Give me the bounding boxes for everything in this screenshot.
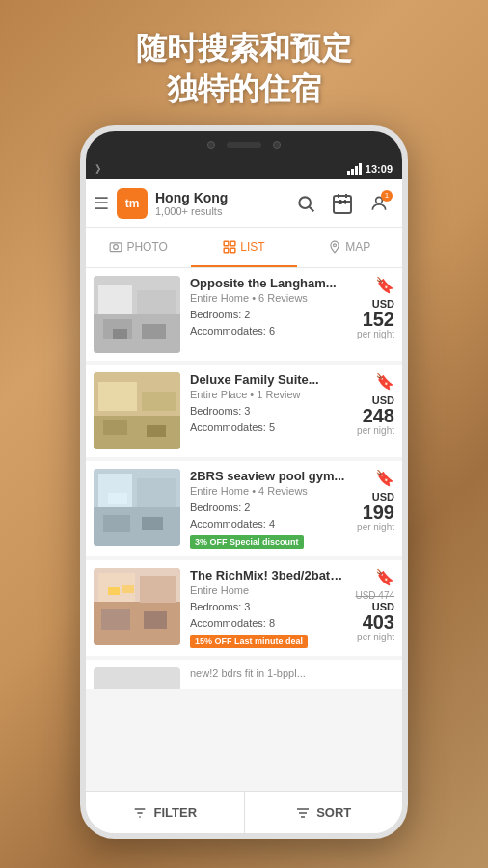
listing-bedrooms: Bedrooms: 2 [190, 500, 347, 516]
svg-rect-33 [108, 493, 127, 504]
hero-title-line2: 独特的住宿 [0, 69, 488, 110]
user-button[interactable]: 1 [364, 188, 394, 219]
svg-rect-30 [137, 478, 176, 507]
bookmark-icon[interactable]: 🔖 [375, 568, 394, 586]
tab-photo-label: PHOTO [126, 240, 167, 254]
bottom-action-bar: FILTER SORT [86, 791, 402, 833]
hamburger-icon[interactable]: ☰ [94, 193, 109, 214]
svg-rect-20 [113, 329, 127, 339]
partial-listing-text: new!2 bdrs fit in 1-bppl... [190, 667, 394, 679]
user-notification-badge: 1 [381, 190, 393, 202]
listing-item[interactable]: The RichMix! 3bed/2bath... Entire Home B… [86, 560, 402, 656]
hero-title-line1: 随时搜索和预定 [0, 29, 488, 69]
listing-thumbnail [94, 372, 180, 449]
phone-screen: 》 13:09 ☰ tm Hong Kong 1,000+ results [86, 131, 402, 833]
sort-label: SORT [316, 805, 351, 820]
svg-point-13 [334, 243, 337, 246]
bookmark-icon[interactable]: 🔖 [375, 469, 394, 487]
svg-rect-12 [230, 248, 235, 253]
listing-thumbnail [94, 568, 180, 645]
listing-thumbnail-partial [94, 667, 180, 689]
svg-rect-16 [98, 285, 132, 314]
listing-accommodates: Accommodates: 6 [190, 323, 347, 339]
listing-type-reviews: Entire Home • 4 Reviews [190, 485, 347, 497]
phone-top-bar [86, 131, 402, 158]
bookmark-icon[interactable]: 🔖 [375, 372, 394, 391]
listing-list: Opposite the Langham... Entire Home • 6 … [86, 268, 402, 791]
svg-line-1 [310, 206, 314, 211]
svg-rect-31 [103, 515, 130, 532]
tab-photo[interactable]: PHOTO [86, 228, 191, 267]
results-count: 1,000+ results [155, 205, 283, 217]
listing-info-partial: new!2 bdrs fit in 1-bppl... [190, 667, 394, 681]
listing-title: The RichMix! 3bed/2bath... [190, 568, 345, 583]
svg-rect-9 [224, 241, 229, 246]
svg-rect-19 [142, 324, 166, 339]
svg-point-8 [114, 244, 119, 249]
listing-item[interactable]: Opposite the Langham... Entire Home • 6 … [86, 268, 402, 361]
app-logo: tm [117, 188, 148, 219]
listing-bedrooms: Bedrooms: 2 [190, 307, 347, 323]
svg-rect-17 [137, 290, 176, 314]
price-section: 🔖 USD 199 per night [357, 469, 394, 549]
listing-title: Opposite the Langham... [190, 276, 347, 290]
phone-frame: 》 13:09 ☰ tm Hong Kong 1,000+ results [80, 125, 408, 839]
svg-rect-24 [142, 392, 176, 411]
listing-type: Entire Home [190, 584, 345, 596]
listing-info: Opposite the Langham... Entire Home • 6 … [190, 276, 347, 353]
front-camera [207, 141, 215, 149]
bookmark-icon[interactable]: 🔖 [375, 276, 394, 294]
tab-map[interactable]: MAP [297, 228, 402, 267]
sort-button[interactable]: SORT [245, 792, 403, 833]
listing-info: Deluxe Family Suite... Entire Place • 1 … [190, 372, 347, 449]
search-button[interactable] [290, 188, 321, 219]
svg-rect-23 [98, 382, 137, 411]
signal-icon [347, 163, 362, 175]
calendar-date: 24 [339, 198, 347, 206]
filter-label: FILTER [153, 805, 197, 820]
svg-rect-40 [108, 587, 120, 595]
listing-accommodates: Accommodates: 5 [190, 420, 347, 436]
listing-item[interactable]: 2BRS seaview pool gym... Entire Home • 4… [86, 461, 402, 556]
app-header: ☰ tm Hong Kong 1,000+ results [86, 179, 402, 228]
listing-title: 2BRS seaview pool gym... [190, 469, 347, 483]
svg-point-0 [299, 197, 311, 208]
listing-item-partial[interactable]: new!2 bdrs fit in 1-bppl... [86, 660, 402, 689]
tab-list[interactable]: LIST [191, 228, 296, 267]
filter-button[interactable]: FILTER [86, 792, 245, 833]
svg-rect-39 [144, 611, 167, 629]
svg-rect-38 [101, 609, 130, 630]
listing-thumbnail [94, 276, 180, 353]
city-name: Hong Kong [155, 190, 283, 205]
status-operator: 》 [95, 162, 106, 176]
price-section: 🔖 USD 152 per night [357, 276, 394, 353]
sensor [273, 141, 281, 149]
svg-rect-11 [224, 248, 229, 253]
tab-map-label: MAP [345, 240, 370, 254]
price-section: 🔖 USD 248 per night [357, 372, 394, 449]
hero-section: 随时搜索和预定 独特的住宿 [0, 29, 488, 109]
svg-rect-37 [140, 576, 176, 603]
listing-bedrooms: Bedrooms: 3 [190, 403, 347, 420]
tab-list-label: LIST [240, 240, 264, 254]
last-minute-badge: 15% OFF Last minute deal [190, 635, 308, 648]
phone-speaker [227, 142, 261, 148]
listing-item[interactable]: Deluxe Family Suite... Entire Place • 1 … [86, 365, 402, 457]
listing-type-reviews: Entire Home • 6 Reviews [190, 292, 347, 304]
status-right: 13:09 [347, 163, 393, 175]
listing-accommodates: Accommodates: 4 [190, 516, 347, 532]
listing-title: Deluxe Family Suite... [190, 372, 347, 387]
status-time: 13:09 [366, 163, 393, 175]
header-icons: 24 1 [290, 188, 394, 219]
listing-thumbnail [94, 469, 180, 546]
listing-type-reviews: Entire Place • 1 Review [190, 389, 347, 400]
header-location: Hong Kong 1,000+ results [155, 190, 283, 217]
status-bar: 》 13:09 [86, 158, 402, 179]
listing-bedrooms: Bedrooms: 3 [190, 599, 345, 615]
listing-info: 2BRS seaview pool gym... Entire Home • 4… [190, 469, 347, 549]
listing-info: The RichMix! 3bed/2bath... Entire Home B… [190, 568, 345, 648]
svg-rect-32 [142, 517, 163, 530]
view-tabs: PHOTO LIST MAP [86, 228, 402, 268]
listing-accommodates: Accommodates: 8 [190, 615, 345, 632]
calendar-button[interactable]: 24 [327, 188, 358, 219]
